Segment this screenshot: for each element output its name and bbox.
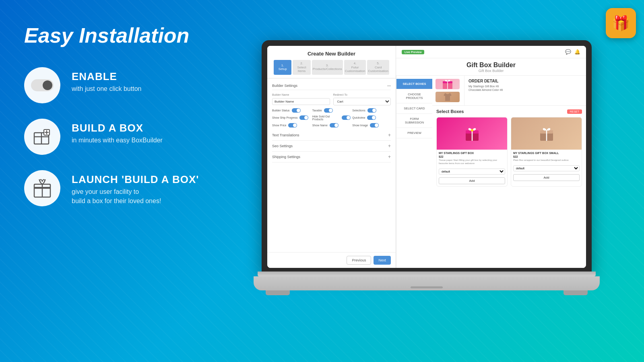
toggle-show-name-switch[interactable] bbox=[330, 123, 339, 128]
settings-section-header: Builder Settings — bbox=[272, 82, 391, 90]
steps-nav: 1.Setup 2.Select Items 3.Products/Collec… bbox=[274, 60, 389, 75]
toggle-row-2: Show Ship Progress Hide Sold Out Product… bbox=[272, 115, 391, 121]
step-2-btn[interactable]: 2.Select Items bbox=[293, 60, 310, 75]
select-boxes-title: Select Boxes bbox=[436, 109, 464, 114]
toggle-show-image-switch[interactable] bbox=[370, 123, 379, 128]
launch-icon-circle bbox=[24, 170, 60, 206]
app-right-panel: Live Preview 💬 🔔 Gift Box Builder Gift B… bbox=[396, 46, 586, 268]
left-panel: Easy Installation ENABLE with just one c… bbox=[0, 0, 225, 362]
toggle-selections-label: Selections bbox=[352, 109, 365, 112]
toggle-taxable-switch[interactable] bbox=[324, 108, 333, 113]
toggle-hide-sold-out-switch[interactable] bbox=[342, 115, 351, 120]
toggle-quickview: Quickview bbox=[352, 115, 391, 120]
feature-enable: ENABLE with just one click button bbox=[24, 67, 205, 103]
toggle-ship-progress-label: Show Ship Progress bbox=[272, 116, 297, 119]
toggle-taxable-label: Taxable bbox=[312, 109, 322, 112]
box-card-1-body: MY STARLINGS GIFT BOX $22 Tissue paper S… bbox=[437, 150, 507, 186]
enable-feature-text: ENABLE with just one click button bbox=[72, 67, 141, 93]
shirt-thumb-icon bbox=[442, 92, 453, 102]
right-panel: Create New Builder 1.Setup 2.Select Item… bbox=[225, 0, 644, 362]
builder-name-label: Builder Name bbox=[272, 93, 330, 96]
enable-title: ENABLE bbox=[72, 70, 141, 83]
order-detail-item-2: Chocolate Almond Color #8 bbox=[469, 88, 582, 91]
redirect-to-label: Redirect To bbox=[333, 93, 391, 96]
product-images-bar bbox=[432, 76, 464, 105]
feature-launch: LAUNCH 'BUILD A BOX' give your user faci… bbox=[24, 170, 205, 206]
toggle-selections-switch[interactable] bbox=[367, 108, 376, 113]
toggle-hide-sold-out: Hide Sold Out Products bbox=[312, 115, 351, 121]
app-right-header: Live Preview 💬 🔔 bbox=[396, 46, 586, 58]
nav-preview[interactable]: PREVIEW bbox=[396, 128, 432, 138]
step-5-btn[interactable]: 5.Card Customisation bbox=[367, 60, 389, 75]
toggle-hide-sold-out-label: Hide Sold Out Products bbox=[312, 115, 340, 121]
right-nav: SELECT BOXES CHOOSE PRODUCTS SELECT CARD… bbox=[396, 76, 432, 268]
text-translations-expand-icon: + bbox=[388, 132, 391, 138]
laptop-screen-outer: Create New Builder 1.Setup 2.Select Item… bbox=[262, 40, 592, 274]
order-detail-area: ORDER DETAIL My Starlings Gift Box #8 Ch… bbox=[464, 76, 586, 105]
previous-button[interactable]: Previous bbox=[347, 256, 371, 265]
nav-select-boxes[interactable]: SELECT BOXES bbox=[396, 79, 432, 89]
toggle-show-name: Show Name bbox=[312, 123, 351, 128]
settings-label: Builder Settings bbox=[272, 84, 297, 88]
svg-point-19 bbox=[471, 129, 473, 132]
gift-builder-subtitle: Gift Box Builder bbox=[396, 69, 586, 73]
box-card-1: MY STARLINGS GIFT BOX $22 Tissue paper S… bbox=[436, 117, 508, 187]
laptop-foot-left bbox=[266, 290, 290, 295]
build-icon-circle bbox=[24, 119, 60, 155]
gift-box-pink-icon bbox=[464, 125, 480, 142]
toggle-row-3: Show Price Show Name Show Image bbox=[272, 123, 391, 128]
toggle-builder-status-switch[interactable] bbox=[292, 108, 301, 113]
laptop-screen-inner: Create New Builder 1.Setup 2.Select Item… bbox=[267, 46, 586, 268]
box-card-2-select[interactable]: default bbox=[513, 165, 580, 171]
text-translations-label: Text Translations bbox=[272, 133, 299, 137]
redirect-to-group: Redirect To Cart bbox=[333, 93, 391, 105]
laptop-base bbox=[254, 272, 600, 322]
builder-name-group: Builder Name bbox=[272, 93, 330, 105]
launch-gift-icon bbox=[31, 177, 54, 200]
toggle-show-price-switch[interactable] bbox=[288, 123, 297, 128]
main-title: Easy Installation bbox=[24, 24, 205, 47]
toggle-row-1: Builder Status Taxable Selections bbox=[272, 108, 391, 113]
toggle-show-image: Show Image bbox=[352, 123, 391, 128]
select-boxes-area: Select Boxes RESET bbox=[432, 106, 586, 268]
step-3-btn[interactable]: 3.Products/Collections bbox=[312, 60, 343, 75]
box-card-1-add-btn[interactable]: Add bbox=[439, 177, 505, 184]
toggle-taxable: Taxable bbox=[312, 108, 351, 113]
shipping-settings-expand-icon: + bbox=[388, 154, 391, 160]
toggle-ship-progress-switch[interactable] bbox=[299, 115, 308, 120]
toggle-quickview-label: Quickview bbox=[352, 116, 365, 119]
nav-form-submission[interactable]: FORM SUBMISSION bbox=[396, 114, 432, 128]
toggle-selections: Selections bbox=[352, 108, 391, 113]
laptop-bottom bbox=[254, 276, 600, 290]
box-card-img-beige bbox=[511, 117, 582, 150]
top-content-area: ORDER DETAIL My Starlings Gift Box #8 Ch… bbox=[432, 76, 586, 106]
redirect-to-select[interactable]: Cart bbox=[333, 98, 391, 105]
next-button[interactable]: Next bbox=[374, 256, 391, 265]
laptop-container: Create New Builder 1.Setup 2.Select Item… bbox=[254, 40, 600, 322]
svg-point-1 bbox=[43, 80, 52, 90]
box-card-2-desc: Plain Box wrapped in our beautiful Desig… bbox=[513, 159, 580, 162]
step-4-btn[interactable]: 4.Futur Customisation bbox=[344, 60, 366, 75]
shipping-settings-section[interactable]: Shipping Settings + bbox=[272, 152, 391, 162]
toggle-ship-progress: Show Ship Progress bbox=[272, 115, 311, 120]
step-1-btn[interactable]: 1.Setup bbox=[274, 60, 291, 75]
main-content-right: ORDER DETAIL My Starlings Gift Box #8 Ch… bbox=[432, 76, 586, 268]
box-card-1-select[interactable]: default bbox=[439, 169, 505, 175]
boxes-grid: MY STARLINGS GIFT BOX $22 Tissue paper S… bbox=[436, 117, 582, 187]
seo-settings-section[interactable]: Seo Settings + bbox=[272, 141, 391, 152]
build-feature-text: BUILD A BOX in minutes with easy BoxBuil… bbox=[72, 119, 163, 145]
nav-select-card[interactable]: SELECT CARD bbox=[396, 103, 432, 114]
nav-choose-products[interactable]: CHOOSE PRODUCTS bbox=[396, 89, 432, 103]
build-box-icon bbox=[32, 126, 53, 147]
reset-button[interactable]: RESET bbox=[567, 109, 582, 114]
text-translations-section[interactable]: Text Translations + bbox=[272, 130, 391, 141]
box-card-2-price: $22 bbox=[513, 155, 580, 158]
box-card-2-add-btn[interactable]: Add bbox=[513, 174, 580, 181]
toggle-quickview-switch[interactable] bbox=[367, 115, 376, 120]
seo-settings-label: Seo Settings bbox=[272, 144, 293, 148]
bottom-buttons: Previous Next bbox=[267, 252, 396, 268]
builder-name-input[interactable] bbox=[272, 98, 330, 105]
gift-box-beige-icon bbox=[539, 125, 555, 142]
toggle-show-price-label: Show Price bbox=[272, 124, 286, 127]
create-new-builder-title: Create New Builder bbox=[274, 51, 389, 57]
